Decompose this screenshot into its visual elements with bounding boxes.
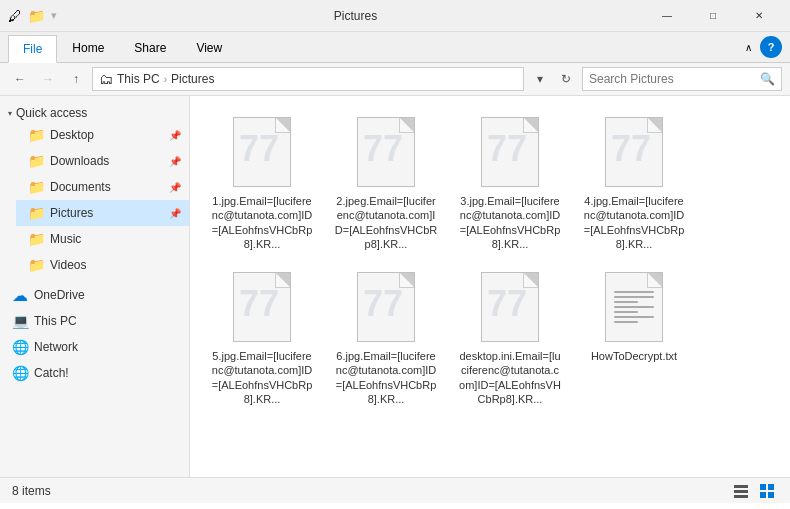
qat-icon-3[interactable]: ▾ bbox=[51, 9, 57, 22]
desktop-icon: 📁 bbox=[28, 127, 44, 143]
file-name-file5: 5.jpg.Email=[luciferenc@tutanota.com]ID=… bbox=[210, 349, 314, 406]
sidebar-label-pictures: Pictures bbox=[50, 206, 93, 220]
file-item-file7[interactable]: 77 desktop.ini.Email=[luciferenc@tutanot… bbox=[450, 263, 570, 414]
file-name-file7: desktop.ini.Email=[luciferenc@tutanota.c… bbox=[458, 349, 562, 406]
documents-icon: 📁 bbox=[28, 179, 44, 195]
sidebar-item-downloads[interactable]: 📁 Downloads 📌 bbox=[16, 148, 189, 174]
tab-file[interactable]: File bbox=[8, 35, 57, 63]
onedrive-icon: ☁ bbox=[12, 287, 28, 303]
address-path-thispc[interactable]: This PC bbox=[117, 72, 160, 86]
forward-button[interactable]: → bbox=[36, 67, 60, 91]
sidebar-item-network[interactable]: 🌐 Network bbox=[0, 334, 189, 360]
up-button[interactable]: ↑ bbox=[64, 67, 88, 91]
address-bar: ← → ↑ 🗂 This PC › Pictures ▾ ↻ 🔍 bbox=[0, 63, 790, 96]
qat-icon-1[interactable]: 🖊 bbox=[8, 8, 22, 24]
svg-rect-0 bbox=[734, 485, 748, 488]
file-icon-file6: 77 bbox=[350, 271, 422, 343]
downloads-icon: 📁 bbox=[28, 153, 44, 169]
svg-rect-4 bbox=[768, 484, 774, 490]
search-input[interactable] bbox=[589, 72, 756, 86]
file-item-file8[interactable]: HowToDecrypt.txt bbox=[574, 263, 694, 414]
file-name-file3: 3.jpg.Email=[luciferenc@tutanota.com]ID=… bbox=[458, 194, 562, 251]
sidebar-section-quickaccess[interactable]: ▾ Quick access bbox=[0, 100, 189, 122]
path-dropdown-button[interactable]: ▾ bbox=[528, 67, 552, 91]
window-title: Pictures bbox=[67, 9, 644, 23]
sidebar-item-documents[interactable]: 📁 Documents 📌 bbox=[16, 174, 189, 200]
minimize-button[interactable]: — bbox=[644, 0, 690, 32]
quickaccess-label: Quick access bbox=[16, 106, 87, 120]
ribbon-expand-button[interactable]: ∧ bbox=[737, 38, 760, 57]
catch-icon: 🌐 bbox=[12, 365, 28, 381]
window-controls: — □ ✕ bbox=[644, 0, 782, 32]
search-box[interactable]: 🔍 bbox=[582, 67, 782, 91]
address-folder-icon: 🗂 bbox=[99, 71, 113, 87]
ribbon-tabs: File Home Share View ∧ ? bbox=[0, 32, 790, 62]
file-name-file1: 1.jpg.Email=[luciferenc@tutanota.com]ID=… bbox=[210, 194, 314, 251]
file-icon-file1: 77 bbox=[226, 116, 298, 188]
sidebar-label-videos: Videos bbox=[50, 258, 86, 272]
maximize-button[interactable]: □ bbox=[690, 0, 736, 32]
videos-icon: 📁 bbox=[28, 257, 44, 273]
sidebar-label-desktop: Desktop bbox=[50, 128, 94, 142]
list-view-button[interactable] bbox=[730, 480, 752, 502]
back-button[interactable]: ← bbox=[8, 67, 32, 91]
music-icon: 📁 bbox=[28, 231, 44, 247]
sidebar-label-catch: Catch! bbox=[34, 366, 69, 380]
sidebar-label-onedrive: OneDrive bbox=[34, 288, 85, 302]
tab-view[interactable]: View bbox=[181, 34, 237, 62]
sidebar: ▾ Quick access 📁 Desktop 📌 📁 Downloads 📌… bbox=[0, 96, 190, 477]
file-icon-file8 bbox=[598, 271, 670, 343]
svg-rect-6 bbox=[768, 492, 774, 498]
file-icon-file7: 77 bbox=[474, 271, 546, 343]
sidebar-item-catch[interactable]: 🌐 Catch! bbox=[0, 360, 189, 386]
main-layout: ▾ Quick access 📁 Desktop 📌 📁 Downloads 📌… bbox=[0, 96, 790, 477]
sidebar-item-pictures[interactable]: 📁 Pictures 📌 bbox=[16, 200, 189, 226]
file-item-file5[interactable]: 77 5.jpg.Email=[luciferenc@tutanota.com]… bbox=[202, 263, 322, 414]
svg-rect-2 bbox=[734, 495, 748, 498]
tab-home[interactable]: Home bbox=[57, 34, 119, 62]
address-path[interactable]: 🗂 This PC › Pictures bbox=[92, 67, 524, 91]
file-item-file1[interactable]: 77 1.jpg.Email=[luciferenc@tutanota.com]… bbox=[202, 108, 322, 259]
file-item-file6[interactable]: 77 6.jpg.Email=[luciferenc@tutanota.com]… bbox=[326, 263, 446, 414]
sidebar-item-videos[interactable]: 📁 Videos bbox=[16, 252, 189, 278]
svg-rect-5 bbox=[760, 492, 766, 498]
svg-rect-1 bbox=[734, 490, 748, 493]
sidebar-label-thispc: This PC bbox=[34, 314, 77, 328]
content-area: 77 1.jpg.Email=[luciferenc@tutanota.com]… bbox=[190, 96, 790, 477]
address-path-sep: › bbox=[164, 74, 167, 85]
view-controls bbox=[730, 480, 778, 502]
sidebar-label-downloads: Downloads bbox=[50, 154, 109, 168]
file-item-file3[interactable]: 77 3.jpg.Email=[luciferenc@tutanota.com]… bbox=[450, 108, 570, 259]
sidebar-item-desktop[interactable]: 📁 Desktop 📌 bbox=[16, 122, 189, 148]
help-button[interactable]: ? bbox=[760, 36, 782, 58]
pictures-icon: 📁 bbox=[28, 205, 44, 221]
grid-view-button[interactable] bbox=[756, 480, 778, 502]
sidebar-item-onedrive[interactable]: ☁ OneDrive bbox=[0, 282, 189, 308]
file-icon-file2: 77 bbox=[350, 116, 422, 188]
svg-rect-3 bbox=[760, 484, 766, 490]
refresh-button[interactable]: ↻ bbox=[554, 67, 578, 91]
desktop-pin: 📌 bbox=[169, 130, 181, 141]
item-count: 8 items bbox=[12, 484, 51, 498]
search-icon[interactable]: 🔍 bbox=[760, 72, 775, 86]
ribbon: File Home Share View ∧ ? bbox=[0, 32, 790, 63]
address-path-pictures[interactable]: Pictures bbox=[171, 72, 214, 86]
file-icon-file5: 77 bbox=[226, 271, 298, 343]
thispc-icon: 💻 bbox=[12, 313, 28, 329]
downloads-pin: 📌 bbox=[169, 156, 181, 167]
file-name-file2: 2.jpeg.Email=[luciferenc@tutanota.com]ID… bbox=[334, 194, 438, 251]
close-button[interactable]: ✕ bbox=[736, 0, 782, 32]
documents-pin: 📌 bbox=[169, 182, 181, 193]
sidebar-label-documents: Documents bbox=[50, 180, 111, 194]
status-bar: 8 items bbox=[0, 477, 790, 503]
file-item-file2[interactable]: 77 2.jpeg.Email=[luciferenc@tutanota.com… bbox=[326, 108, 446, 259]
sidebar-item-music[interactable]: 📁 Music bbox=[16, 226, 189, 252]
file-item-file4[interactable]: 77 4.jpg.Email=[luciferenc@tutanota.com]… bbox=[574, 108, 694, 259]
sidebar-label-music: Music bbox=[50, 232, 81, 246]
address-controls: ▾ ↻ bbox=[528, 67, 578, 91]
sidebar-item-thispc[interactable]: 💻 This PC bbox=[0, 308, 189, 334]
qat-icon-2[interactable]: 📁 bbox=[28, 8, 45, 24]
file-name-file4: 4.jpg.Email=[luciferenc@tutanota.com]ID=… bbox=[582, 194, 686, 251]
file-name-file8: HowToDecrypt.txt bbox=[591, 349, 677, 363]
tab-share[interactable]: Share bbox=[119, 34, 181, 62]
